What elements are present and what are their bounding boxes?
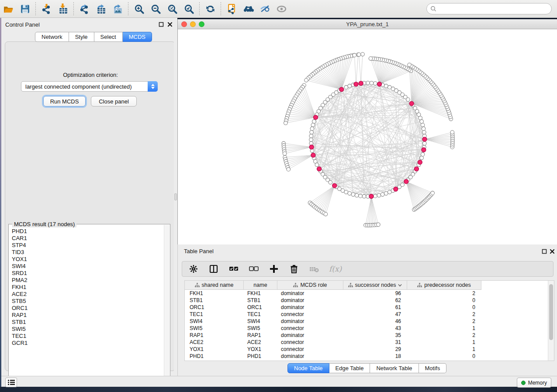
- delete-column-button[interactable]: [289, 264, 299, 274]
- toolbar-separator: [128, 2, 128, 15]
- mcds-result-item[interactable]: PHD1: [12, 228, 164, 235]
- tab-network[interactable]: Network: [35, 32, 69, 42]
- mcds-result-list[interactable]: PHD1CAR1STP4TID3YOX1SWI4SRD1PMA2FKH1ACE2…: [9, 228, 164, 383]
- export-image-button[interactable]: [109, 1, 126, 16]
- tab-motifs[interactable]: Motifs: [419, 363, 447, 373]
- mcds-result-item[interactable]: TID3: [12, 249, 164, 256]
- table-row[interactable]: ORC1ORC1dominator610: [185, 304, 548, 311]
- table-row[interactable]: YOX1YOX1connector291: [185, 346, 548, 353]
- add-column-button[interactable]: [269, 264, 279, 274]
- mcds-result-item[interactable]: SRD1: [12, 270, 164, 277]
- hide-graphics-icon: [259, 3, 270, 14]
- search-box[interactable]: [426, 3, 552, 14]
- zoom-in-button[interactable]: [131, 1, 147, 16]
- table-row[interactable]: ACE2ACE2connector311: [185, 339, 548, 346]
- tab-node-table[interactable]: Node Table: [287, 363, 329, 373]
- node-table: shared namenameMCDS rolesuccessor nodesp…: [184, 280, 554, 361]
- mcds-result-item[interactable]: STP4: [12, 242, 164, 249]
- column-tree-icon: [348, 283, 353, 288]
- tab-style[interactable]: Style: [69, 32, 94, 42]
- table-row[interactable]: SWI5SWI5connector431: [185, 325, 548, 332]
- tab-select[interactable]: Select: [94, 32, 123, 42]
- deselect-all-icon: [249, 264, 259, 274]
- window-zoom-button[interactable]: [199, 21, 204, 27]
- optimization-criterion-select[interactable]: largest connected component (undirected): [21, 81, 158, 92]
- split-panel-button[interactable]: [208, 264, 219, 274]
- network-graph[interactable]: [178, 29, 557, 244]
- table-scrollbar-thumb[interactable]: [549, 284, 553, 340]
- zoom-selected-button[interactable]: [180, 1, 197, 16]
- mcds-result-item[interactable]: STB5: [12, 298, 164, 305]
- close-panel-button[interactable]: Close panel: [91, 96, 137, 107]
- tab-edge-table[interactable]: Edge Table: [329, 363, 370, 373]
- table-scrollbar[interactable]: [548, 281, 554, 361]
- mcds-result-item[interactable]: ORC1: [12, 305, 164, 312]
- table-row[interactable]: FKH1FKH1dominator962: [185, 290, 548, 297]
- table-row[interactable]: PHD1PHD1dominator180: [185, 353, 548, 360]
- column-header-predecessor-nodes[interactable]: predecessor nodes: [407, 281, 481, 289]
- clone-network-button[interactable]: [223, 1, 240, 16]
- hide-graphics-button[interactable]: [256, 1, 273, 16]
- settings-button[interactable]: [188, 264, 199, 274]
- column-header-MCDS-role[interactable]: MCDS role: [277, 281, 343, 289]
- table-row[interactable]: SWI4SWI4dominator462: [185, 318, 548, 325]
- table-row[interactable]: STB1STB1dominator620: [185, 297, 548, 304]
- mcds-result-item[interactable]: ACE2: [12, 291, 164, 298]
- desktop-background: [0, 387, 557, 392]
- network-window-titlebar[interactable]: YPA_prune.txt_1: [178, 19, 557, 29]
- deselect-all-button[interactable]: [249, 264, 259, 274]
- show-graphics-button[interactable]: [273, 1, 290, 16]
- mcds-result-item[interactable]: FKH1: [12, 284, 164, 291]
- mcds-result-title: MCDS result (17 nodes): [12, 221, 76, 227]
- open-file-button[interactable]: [0, 1, 17, 16]
- mcds-tab-content: Optimization criterion: largest connecte…: [5, 41, 175, 371]
- panel-splitter[interactable]: [174, 18, 177, 376]
- table-row[interactable]: TEC1TEC1connector472: [185, 311, 548, 318]
- cell-predecessor-nodes: 0: [407, 297, 481, 304]
- splitter-grip[interactable]: [174, 193, 177, 200]
- select-all-button[interactable]: [228, 264, 239, 274]
- cell-predecessor-nodes: 2: [407, 332, 481, 339]
- save-session-button[interactable]: [17, 1, 33, 16]
- export-table-button[interactable]: [93, 1, 109, 16]
- mcds-result-item[interactable]: GCR1: [12, 340, 164, 347]
- tab-network-table[interactable]: Network Table: [370, 363, 419, 373]
- window-close-button[interactable]: [181, 21, 187, 27]
- memory-button[interactable]: Memory: [517, 378, 551, 388]
- show-panels-button[interactable]: [5, 378, 17, 387]
- mcds-result-group: MCDS result (17 nodes) PHD1CAR1STP4TID3Y…: [8, 224, 170, 386]
- search-input[interactable]: [439, 6, 551, 12]
- export-image-icon: [112, 3, 123, 14]
- float-panel-icon[interactable]: [159, 22, 164, 27]
- close-panel-icon[interactable]: [167, 22, 173, 27]
- float-table-panel-icon[interactable]: [542, 249, 547, 254]
- window-minimize-button[interactable]: [190, 21, 196, 27]
- export-network-button[interactable]: [76, 1, 93, 16]
- network-canvas[interactable]: [178, 29, 557, 244]
- table-panel-tabs: Node TableEdge TableNetwork TableMotifs: [287, 363, 446, 373]
- mcds-result-item[interactable]: RAP1: [12, 312, 164, 319]
- refresh-button[interactable]: [202, 1, 218, 16]
- mcds-result-item[interactable]: PMA2: [12, 277, 164, 284]
- mcds-result-item[interactable]: STB1: [12, 319, 164, 326]
- zoom-out-button[interactable]: [147, 1, 164, 16]
- cell-successor-nodes: 61: [343, 304, 407, 311]
- import-network-button[interactable]: [38, 1, 55, 16]
- mcds-result-item[interactable]: CAR1: [12, 235, 164, 242]
- column-header-name[interactable]: name: [244, 281, 277, 289]
- run-mcds-button[interactable]: Run MCDS: [43, 96, 86, 107]
- column-header-shared-name[interactable]: shared name: [185, 281, 244, 289]
- table-row[interactable]: RAP1RAP1dominator352: [185, 332, 548, 339]
- mcds-result-item[interactable]: TEC1: [12, 333, 164, 340]
- cell-shared-name: ORC1: [185, 304, 244, 311]
- mcds-result-item[interactable]: SWI5: [12, 326, 164, 333]
- mcds-result-item[interactable]: YOX1: [12, 256, 164, 263]
- mcds-result-item[interactable]: SWI4: [12, 263, 164, 270]
- search-network-button[interactable]: [240, 1, 256, 16]
- zoom-fit-button[interactable]: [164, 1, 180, 16]
- import-table-button[interactable]: [55, 1, 71, 16]
- mcds-list-scrollbar[interactable]: [164, 225, 170, 386]
- column-header-successor-nodes[interactable]: successor nodes: [343, 281, 407, 289]
- tab-mcds[interactable]: MCDS: [123, 32, 152, 42]
- close-table-panel-icon[interactable]: [550, 249, 555, 254]
